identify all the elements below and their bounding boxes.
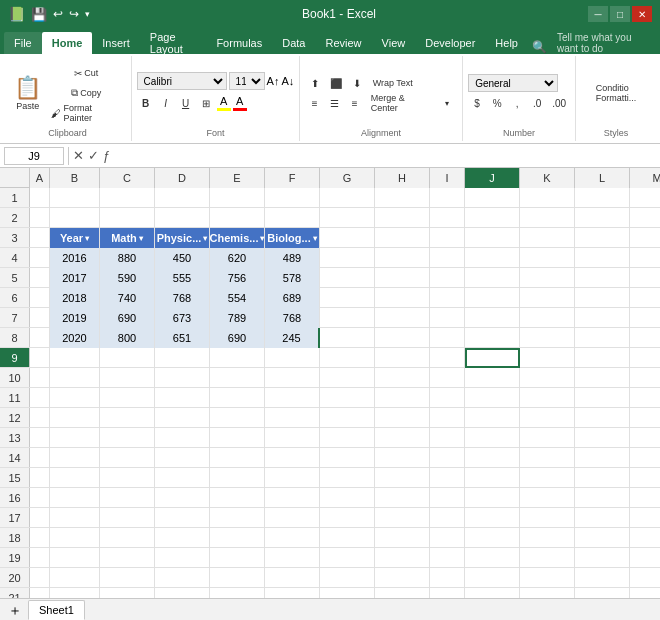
cell-13-9[interactable] [465, 428, 520, 448]
row-header-11[interactable]: 11 [0, 388, 30, 407]
cell-14-0[interactable] [30, 448, 50, 468]
cell-10-2[interactable] [100, 368, 155, 388]
cell-20-4[interactable] [210, 568, 265, 588]
cell-i4[interactable] [430, 248, 465, 268]
cell-14-4[interactable] [210, 448, 265, 468]
cell-20-12[interactable] [630, 568, 660, 588]
cell-c1[interactable] [100, 188, 155, 208]
cell-c8[interactable]: 800 [100, 328, 155, 348]
cell-18-2[interactable] [100, 528, 155, 548]
cell-13-1[interactable] [50, 428, 100, 448]
cell-19-3[interactable] [155, 548, 210, 568]
cell-12-8[interactable] [430, 408, 465, 428]
cell-g3[interactable] [320, 228, 375, 248]
col-header-l[interactable]: L [575, 168, 630, 188]
cell-16-6[interactable] [320, 488, 375, 508]
cell-17-0[interactable] [30, 508, 50, 528]
cell-10-11[interactable] [575, 368, 630, 388]
cell-20-7[interactable] [375, 568, 430, 588]
tell-me-box[interactable]: Tell me what you want to do [547, 32, 660, 54]
cell-b9[interactable] [50, 348, 100, 368]
cell-a6[interactable] [30, 288, 50, 308]
row-header-21[interactable]: 21 [0, 588, 30, 598]
highlight-color-btn[interactable]: A [217, 95, 231, 111]
cell-c3-header[interactable]: Math ▾ [100, 228, 155, 248]
row-header-10[interactable]: 10 [0, 368, 30, 387]
cell-11-0[interactable] [30, 388, 50, 408]
cell-c6[interactable]: 740 [100, 288, 155, 308]
cell-12-1[interactable] [50, 408, 100, 428]
tab-insert[interactable]: Insert [92, 32, 140, 54]
merge-dropdown-arrow[interactable]: ▾ [438, 94, 456, 112]
font-decrease-icon[interactable]: A↓ [281, 75, 294, 87]
cell-17-3[interactable] [155, 508, 210, 528]
quick-access-redo[interactable]: ↪ [69, 7, 79, 21]
cell-a4[interactable] [30, 248, 50, 268]
cell-15-11[interactable] [575, 468, 630, 488]
cell-l4[interactable] [575, 248, 630, 268]
row-header-14[interactable]: 14 [0, 448, 30, 467]
formula-input[interactable] [114, 150, 656, 162]
cell-11-9[interactable] [465, 388, 520, 408]
cell-b5[interactable]: 2017 [50, 268, 100, 288]
cell-16-2[interactable] [100, 488, 155, 508]
cell-20-8[interactable] [430, 568, 465, 588]
cell-18-6[interactable] [320, 528, 375, 548]
cell-b4[interactable]: 2016 [50, 248, 100, 268]
cell-10-5[interactable] [265, 368, 320, 388]
cell-15-8[interactable] [430, 468, 465, 488]
cell-12-2[interactable] [100, 408, 155, 428]
cell-a8[interactable] [30, 328, 50, 348]
cell-l7[interactable] [575, 308, 630, 328]
cell-a1[interactable] [30, 188, 50, 208]
cell-14-3[interactable] [155, 448, 210, 468]
cell-d5[interactable]: 555 [155, 268, 210, 288]
cell-20-0[interactable] [30, 568, 50, 588]
cell-m7[interactable] [630, 308, 660, 328]
cell-16-1[interactable] [50, 488, 100, 508]
cell-21-8[interactable] [430, 588, 465, 598]
cell-11-6[interactable] [320, 388, 375, 408]
cell-11-11[interactable] [575, 388, 630, 408]
increase-decimal-button[interactable]: .0 [528, 94, 546, 112]
row-header-17[interactable]: 17 [0, 508, 30, 527]
cell-e3-header[interactable]: Chemis... ▾ [210, 228, 265, 248]
cell-14-2[interactable] [100, 448, 155, 468]
cell-11-7[interactable] [375, 388, 430, 408]
cell-c9[interactable] [100, 348, 155, 368]
cell-20-1[interactable] [50, 568, 100, 588]
borders-button[interactable]: ⊞ [197, 94, 215, 112]
cell-l5[interactable] [575, 268, 630, 288]
tab-help[interactable]: Help [485, 32, 528, 54]
cell-l8[interactable] [575, 328, 630, 348]
cell-j2[interactable] [465, 208, 520, 228]
cell-13-12[interactable] [630, 428, 660, 448]
cell-f9[interactable] [265, 348, 320, 368]
cell-14-12[interactable] [630, 448, 660, 468]
cell-b8[interactable]: 2020 [50, 328, 100, 348]
cell-j4[interactable] [465, 248, 520, 268]
cell-k5[interactable] [520, 268, 575, 288]
cell-d2[interactable] [155, 208, 210, 228]
cell-13-3[interactable] [155, 428, 210, 448]
cell-i2[interactable] [430, 208, 465, 228]
cell-21-2[interactable] [100, 588, 155, 598]
sheet-tab-sheet1[interactable]: Sheet1 [28, 600, 85, 620]
cell-e7[interactable]: 789 [210, 308, 265, 328]
cell-19-5[interactable] [265, 548, 320, 568]
cell-16-7[interactable] [375, 488, 430, 508]
cell-j1[interactable] [465, 188, 520, 208]
font-increase-icon[interactable]: A↑ [267, 75, 280, 87]
cell-l3[interactable] [575, 228, 630, 248]
cell-11-8[interactable] [430, 388, 465, 408]
cell-d1[interactable] [155, 188, 210, 208]
cell-e1[interactable] [210, 188, 265, 208]
row-header-3[interactable]: 3 [0, 228, 30, 247]
cell-d9[interactable] [155, 348, 210, 368]
cell-17-1[interactable] [50, 508, 100, 528]
cell-k3[interactable] [520, 228, 575, 248]
cell-18-7[interactable] [375, 528, 430, 548]
cell-19-9[interactable] [465, 548, 520, 568]
cell-c7[interactable]: 690 [100, 308, 155, 328]
cell-l2[interactable] [575, 208, 630, 228]
